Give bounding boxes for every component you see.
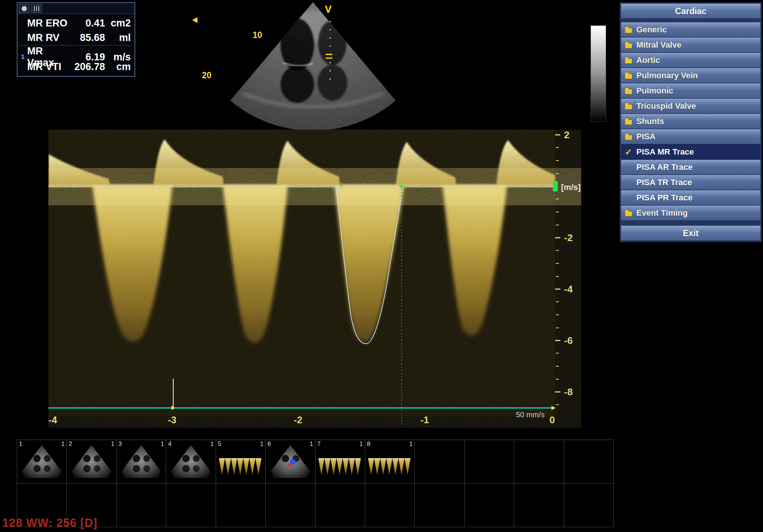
- thumbnail-count: 1: [409, 441, 412, 447]
- time-label: 0: [550, 414, 555, 425]
- measurement-row: MR RV 85.68 ml: [18, 31, 132, 45]
- empty-slot: [415, 484, 464, 527]
- empty-slot: [316, 484, 365, 527]
- folder-icon: [625, 28, 632, 33]
- thumbnail-8[interactable]: 8 1: [365, 440, 415, 484]
- thumbnail-color-doppler-image: [270, 444, 310, 478]
- folder-icon: [625, 89, 632, 94]
- thumbnail-index: 1: [19, 441, 22, 447]
- orientation-marker: V: [325, 4, 332, 15]
- empty-slot: [117, 484, 166, 527]
- menu-item-label: Pulmonic: [636, 86, 673, 96]
- empty-slot: [564, 484, 614, 527]
- thumbnail-count: 1: [61, 441, 65, 447]
- circle-icon: [22, 6, 27, 11]
- empty-slot: [465, 484, 514, 527]
- menu-item-label: Generic: [636, 25, 667, 35]
- thumbnail-index: 8: [367, 441, 370, 447]
- empty-slot: [216, 484, 266, 527]
- thumbnail-count: 1: [310, 441, 313, 447]
- thumbnail-index: 5: [218, 441, 221, 447]
- empty-slot: [514, 484, 564, 527]
- velocity-label: -6: [564, 335, 573, 346]
- menu-item-tricuspid-valve[interactable]: Tricuspid Valve: [621, 99, 760, 114]
- thumbnail-5[interactable]: 5 1: [216, 440, 266, 484]
- image-clipboard: 1 1 2 1 3 1 4 1 5 1 6 1 7: [17, 440, 614, 527]
- measurement-rows: MR ERO 0.41 cm2 MR RV 85.68 ml 1 MR Vmax…: [18, 14, 134, 76]
- thumbnail-7[interactable]: 7 1: [316, 440, 365, 484]
- empty-slot: [564, 440, 614, 484]
- menu-item-pulmonary-vein[interactable]: Pulmonary Vein: [621, 68, 760, 83]
- menu-header-cardiac[interactable]: Cardiac: [621, 4, 760, 19]
- measurement-unit: cm2: [108, 18, 132, 29]
- menu-item-pisa-ar-trace[interactable]: PISA AR Trace: [621, 160, 760, 175]
- baseline-position-marker[interactable]: [553, 181, 558, 191]
- velocity-label: -4: [564, 284, 573, 295]
- menu-item-mitral-valve[interactable]: Mitral Valve: [621, 38, 760, 53]
- empty-slot: [415, 440, 464, 484]
- focus-marker-icon: [192, 17, 197, 23]
- menu-item-label: Mitral Valve: [636, 40, 681, 50]
- thumbnail-3[interactable]: 3 1: [117, 440, 166, 484]
- measurement-unit: cm: [108, 61, 132, 73]
- velocity-label: 2: [564, 130, 569, 140]
- measurement-value: 0.41: [71, 18, 108, 29]
- menu-item-aortic[interactable]: Aortic: [621, 53, 760, 68]
- thumbnail-1[interactable]: 1 1: [17, 440, 67, 484]
- menu-item-pisa[interactable]: PISA: [621, 129, 760, 144]
- measurement-index: 1: [18, 53, 27, 61]
- spectral-doppler-display: 2 -2 -4 -6 -8 [m/s] -4 -3 -2 -1 0 50 mm/…: [48, 130, 581, 428]
- menu-item-label: PISA MR Trace: [636, 147, 694, 157]
- thumbnail-doppler-image: [368, 458, 412, 475]
- thumbnail-2[interactable]: 2 1: [67, 440, 116, 484]
- thumbnail-index: 7: [317, 441, 321, 447]
- depth-label-20: 20: [202, 70, 212, 80]
- time-label: -3: [168, 414, 176, 425]
- results-window-button[interactable]: [19, 4, 29, 13]
- empty-slot: [514, 440, 564, 484]
- menu-item-event-timing[interactable]: Event Timing: [621, 206, 760, 221]
- menu-item-pulmonic[interactable]: Pulmonic: [621, 83, 760, 98]
- thumbnail-6[interactable]: 6 1: [266, 440, 315, 484]
- thumbnail-index: 4: [168, 441, 171, 447]
- time-label: -4: [48, 414, 57, 425]
- exit-button[interactable]: Exit: [621, 226, 760, 241]
- velocity-unit-label: [m/s]: [561, 183, 581, 192]
- measurement-value: 85.68: [71, 32, 108, 44]
- caliper-tool-button[interactable]: [31, 4, 42, 13]
- thumbnail-2d-image: [22, 444, 61, 478]
- menu-item-pisa-tr-trace[interactable]: PISA TR Trace: [621, 175, 760, 190]
- thumbnail-2d-image: [72, 444, 111, 478]
- menu-item-label: PISA PR Trace: [636, 193, 693, 203]
- empty-slot: [166, 484, 216, 527]
- menu-item-shunts[interactable]: Shunts: [621, 114, 760, 129]
- sweep-speed-label: 50 mm/s: [516, 411, 545, 419]
- check-icon: ✓: [625, 147, 632, 157]
- thumbnail-4[interactable]: 4 1: [166, 440, 216, 484]
- measurement-panel: MR ERO 0.41 cm2 MR RV 85.68 ml 1 MR Vmax…: [17, 2, 135, 77]
- menu-item-label: PISA TR Trace: [636, 178, 692, 187]
- time-label: -1: [420, 414, 429, 425]
- menu-item-pisa-pr-trace[interactable]: PISA PR Trace: [621, 190, 760, 205]
- ultrasound-screen: MR ERO 0.41 cm2 MR RV 85.68 ml 1 MR Vmax…: [0, 0, 763, 532]
- measurement-row: 1 MR Vmax 6.19 m/s: [18, 45, 132, 60]
- measurement-row: MR VTI 206.78 cm: [18, 60, 132, 74]
- grayscale-reference-bar: [591, 25, 606, 121]
- velocity-label: -2: [564, 232, 573, 243]
- empty-slot: [365, 484, 415, 527]
- measurement-label: MR VTI: [27, 61, 71, 73]
- menu-item-pisa-mr-trace[interactable]: ✓ PISA MR Trace: [621, 145, 760, 159]
- folder-icon: [625, 211, 632, 216]
- thumbnail-index: 3: [118, 441, 122, 447]
- folder-open-icon: [625, 135, 632, 140]
- thumbnail-count: 1: [111, 441, 114, 447]
- caliper-icon: [34, 6, 39, 11]
- menu-item-label: PISA AR Trace: [636, 162, 693, 172]
- velocity-label: -8: [564, 386, 573, 398]
- measurement-panel-titlebar: [18, 3, 134, 14]
- thumbnail-count: 1: [210, 441, 214, 447]
- menu-item-generic[interactable]: Generic: [621, 22, 760, 37]
- measurement-value: 206.78: [71, 61, 108, 73]
- window-level-status: 128 WW: 256 [D]: [2, 516, 98, 530]
- folder-icon: [625, 43, 632, 48]
